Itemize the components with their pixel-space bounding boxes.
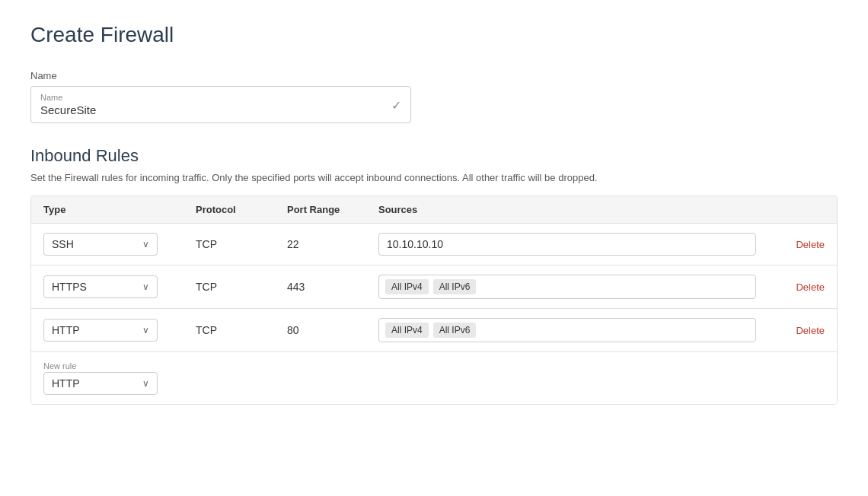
sources-ssh	[378, 233, 764, 256]
name-checkmark-icon: ✓	[391, 97, 401, 112]
protocol-ssh: TCP	[196, 238, 287, 250]
delete-http-button[interactable]: Delete	[764, 325, 825, 336]
type-select-ssh-value: SSH	[52, 238, 74, 250]
sources-https: All IPv4 All IPv6	[378, 275, 764, 299]
port-https: 443	[287, 281, 378, 293]
chevron-down-icon: ∨	[142, 378, 149, 389]
chevron-down-icon: ∨	[142, 239, 149, 250]
name-section: Name Name SecureSite ✓	[30, 70, 838, 123]
new-rule-value: HTTP	[52, 377, 80, 389]
new-rule-select-row[interactable]: HTTP ∨	[43, 372, 158, 395]
name-section-label: Name	[30, 70, 838, 81]
tag-all-ipv6: All IPv6	[433, 279, 477, 294]
new-rule-select[interactable]: New rule HTTP ∨	[43, 361, 196, 395]
name-input-value: SecureSite	[40, 103, 401, 116]
rules-table: Type Protocol Port Range Sources SSH ∨ T…	[30, 196, 838, 405]
new-rule-row: New rule HTTP ∨	[31, 352, 837, 404]
inbound-rules-section: Inbound Rules Set the Firewall rules for…	[30, 146, 838, 405]
tag-all-ipv4: All IPv4	[385, 279, 429, 294]
sources-http: All IPv4 All IPv6	[378, 318, 764, 342]
table-row: SSH ∨ TCP 22 Delete	[31, 224, 837, 265]
type-select-http[interactable]: HTTP ∨	[43, 319, 158, 342]
inbound-rules-description: Set the Firewall rules for incoming traf…	[30, 172, 838, 183]
name-input-label: Name	[40, 93, 401, 102]
protocol-https: TCP	[196, 281, 287, 293]
page-title: Create Firewall	[30, 23, 838, 47]
header-type: Type	[43, 204, 196, 215]
inbound-rules-title: Inbound Rules	[30, 146, 838, 166]
tag-all-ipv6: All IPv6	[433, 323, 477, 338]
delete-ssh-button[interactable]: Delete	[764, 239, 825, 250]
sources-https-tags[interactable]: All IPv4 All IPv6	[378, 275, 756, 299]
port-http: 80	[287, 324, 378, 336]
header-sources: Sources	[378, 204, 764, 215]
type-select-https-value: HTTPS	[52, 281, 87, 293]
sources-ssh-input[interactable]	[378, 233, 756, 256]
header-actions	[764, 204, 825, 215]
tag-all-ipv4: All IPv4	[385, 323, 429, 338]
table-row: HTTP ∨ TCP 80 All IPv4 All IPv6 Delete	[31, 309, 837, 352]
protocol-http: TCP	[196, 324, 287, 336]
header-port-range: Port Range	[287, 204, 378, 215]
new-rule-label: New rule	[43, 361, 196, 370]
name-input-field[interactable]: Name SecureSite ✓	[30, 86, 411, 123]
chevron-down-icon: ∨	[142, 325, 149, 335]
port-ssh: 22	[287, 238, 378, 250]
type-select-ssh[interactable]: SSH ∨	[43, 233, 158, 256]
table-row: HTTPS ∨ TCP 443 All IPv4 All IPv6 Delete	[31, 265, 837, 309]
sources-http-tags[interactable]: All IPv4 All IPv6	[378, 318, 756, 342]
header-protocol: Protocol	[196, 204, 287, 215]
delete-https-button[interactable]: Delete	[764, 281, 825, 293]
table-header: Type Protocol Port Range Sources	[31, 196, 837, 224]
chevron-down-icon: ∨	[142, 281, 149, 292]
type-select-https[interactable]: HTTPS ∨	[43, 275, 158, 298]
type-select-http-value: HTTP	[52, 324, 80, 336]
